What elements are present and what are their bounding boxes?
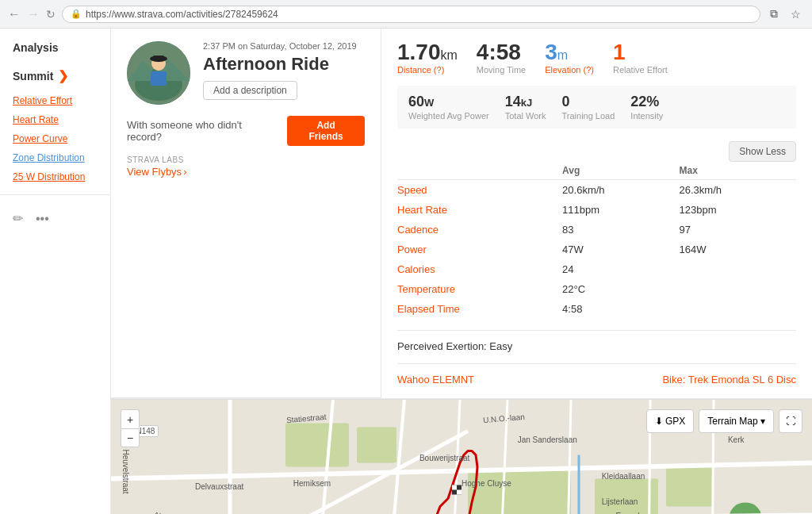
table-row: Cadence8397 [397, 220, 796, 240]
zoom-out-button[interactable]: − [121, 428, 140, 447]
show-less-button[interactable]: Show Less [729, 141, 796, 162]
perceived-exertion-value: Easy [489, 340, 512, 352]
stat-distance: 1.70km Distance (?) [397, 41, 458, 75]
map-zoom-controls: + − [121, 409, 140, 447]
metric-name-cell: Cadence [397, 220, 562, 240]
svg-rect-9 [285, 424, 349, 467]
road-label-kerk: Kerk [728, 435, 745, 444]
distance-link[interactable]: Distance (?) [397, 65, 444, 75]
summit-label: Summit [13, 70, 53, 82]
metric-name-cell: Calories [397, 259, 562, 279]
metric-name-cell: Heart Rate [397, 200, 562, 220]
col-metric-header [397, 162, 562, 180]
metric-max-cell: 26.3km/h [680, 180, 796, 201]
sidebar-item-heart-rate[interactable]: Heart Rate [0, 110, 110, 129]
activity-info: 2:37 PM on Saturday, October 12, 2019 Af… [203, 41, 357, 100]
sidebar-divider [0, 194, 110, 195]
data-table-section: Show Less Avg Max Speed20.6km/h26.3km/hH… [397, 141, 796, 319]
weighted-avg-power-label: Weighted Avg Power [408, 111, 489, 121]
sidebar-item-zone-distribution[interactable]: Zone Distribution [0, 148, 110, 167]
browser-chrome: ← → ↻ 🔒 https://www.strava.com/activitie… [0, 0, 812, 29]
table-row: Calories24 [397, 259, 796, 279]
metric-avg-cell: 20.6km/h [562, 180, 679, 201]
elevation-label: Elevation (?) [545, 65, 594, 75]
intensity-label: Intensity [630, 111, 663, 121]
table-row: Elapsed Time4:58 [397, 299, 796, 319]
equipment-row: Wahoo ELEMNT Bike: Trek Emonda SL 6 Disc [397, 363, 796, 386]
chevron-right-icon: › [183, 166, 186, 178]
with-label: With someone who didn't record? [127, 119, 279, 143]
activity-section: 2:37 PM on Saturday, October 12, 2019 Af… [111, 29, 381, 398]
intensity-value: 22% [630, 94, 663, 110]
total-work-label: Total Work [505, 111, 546, 121]
road-label-lijsterlaan: Lijsterlaan [602, 497, 638, 506]
data-table: Avg Max Speed20.6km/h26.3km/hHeart Rate1… [397, 162, 796, 319]
metric-name-cell: Elapsed Time [397, 299, 562, 319]
training-load-value: 0 [561, 94, 615, 110]
road-label-kleidaallaan: Kleidaallaan [602, 472, 645, 481]
svg-rect-13 [666, 467, 714, 507]
stat-relative-effort: 1 Relative Effort [613, 41, 668, 75]
activity-title: Afternoon Ride [203, 54, 357, 75]
metric-max-cell: 97 [680, 220, 796, 240]
metric-name-cell: Temperature [397, 279, 562, 299]
device-name[interactable]: Wahoo ELEMNT [397, 374, 474, 386]
bike-name[interactable]: Trek Emonda SL 6 Disc [688, 374, 796, 386]
strava-labs-label: STRAVA LABS [127, 155, 186, 164]
stats-panel: 1.70km Distance (?) 4:58 Moving Time 3m … [381, 29, 812, 398]
strava-labs: STRAVA LABS View Flybys › [127, 155, 186, 178]
stat-elevation: 3m Elevation (?) [545, 41, 594, 75]
stats-main-row: 1.70km Distance (?) 4:58 Moving Time 3m … [397, 41, 796, 75]
metric-name-cell: Speed [397, 180, 562, 201]
table-row: Temperature22°C [397, 279, 796, 299]
map-section: N148 Statiestraat Heuvelstraat Delvauxst… [111, 399, 812, 514]
url-bar[interactable]: 🔒 https://www.strava.com/activities/2782… [62, 6, 760, 23]
stat-training-load: 0 Training Load [561, 94, 615, 121]
split-tab-button[interactable]: ⧉ [767, 6, 781, 22]
weighted-avg-power-value: 60W [408, 94, 489, 110]
metric-avg-cell: 111bpm [562, 200, 679, 220]
activity-date: 2:37 PM on Saturday, October 12, 2019 [203, 41, 357, 51]
stat-moving-time: 4:58 Moving Time [477, 41, 526, 75]
summit-section: Summit ❯ [0, 63, 110, 91]
svg-rect-10 [357, 428, 396, 463]
elevation-link[interactable]: Elevation (?) [545, 65, 594, 75]
sidebar-bottom: ✏ ••• [0, 203, 110, 234]
stat-weighted-avg-power: 60W Weighted Avg Power [408, 94, 489, 121]
svg-rect-5 [151, 71, 167, 86]
view-flybys-link[interactable]: View Flybys › [127, 166, 186, 178]
sidebar-title: Analysis [0, 41, 110, 63]
add-description-button[interactable]: Add a description [203, 81, 297, 100]
url-text: https://www.strava.com/activities/278245… [86, 9, 278, 20]
more-button[interactable]: ••• [36, 211, 49, 226]
add-friends-button[interactable]: Add Friends [287, 116, 365, 146]
svg-rect-11 [468, 471, 571, 515]
distance-value: 1.70km [397, 41, 458, 63]
sidebar-item-power-curve[interactable]: Power Curve [0, 129, 110, 148]
elevation-value: 3m [545, 41, 594, 63]
app-container: Analysis Summit ❯ Relative Effort Heart … [0, 29, 812, 514]
avatar-svg [127, 41, 190, 105]
browser-refresh-icon[interactable]: ↻ [46, 8, 56, 21]
sidebar-item-25w-distribution[interactable]: 25 W Distribution [0, 167, 110, 186]
browser-back-icon[interactable]: ← [8, 7, 21, 21]
stat-intensity: 22% Intensity [630, 94, 663, 121]
table-row: Power47W164W [397, 240, 796, 259]
relative-effort-label: Relative Effort [613, 65, 668, 75]
main-content-row: 2:37 PM on Saturday, October 12, 2019 Af… [111, 29, 812, 399]
edit-button[interactable]: ✏ [13, 211, 23, 226]
distance-label: Distance (?) [397, 65, 458, 75]
bookmark-button[interactable]: ☆ [787, 6, 804, 22]
fullscreen-button[interactable]: ⛶ [779, 409, 802, 433]
road-label-heuvelstraat: Heuvelstraat [121, 449, 129, 493]
stats-secondary-row: 60W Weighted Avg Power 14kJ Total Work 0… [397, 86, 796, 128]
browser-forward-icon[interactable]: → [27, 7, 40, 21]
metric-avg-cell: 4:58 [562, 299, 679, 319]
terrain-map-button[interactable]: Terrain Map ▾ [699, 409, 774, 433]
sidebar-item-relative-effort[interactable]: Relative Effort [0, 91, 110, 110]
zoom-in-button[interactable]: + [121, 409, 140, 428]
metric-avg-cell: 22°C [562, 279, 679, 299]
gpx-download-button[interactable]: ⬇ GPX [646, 409, 695, 433]
svg-rect-30 [452, 485, 457, 490]
metric-avg-cell: 47W [562, 240, 679, 259]
